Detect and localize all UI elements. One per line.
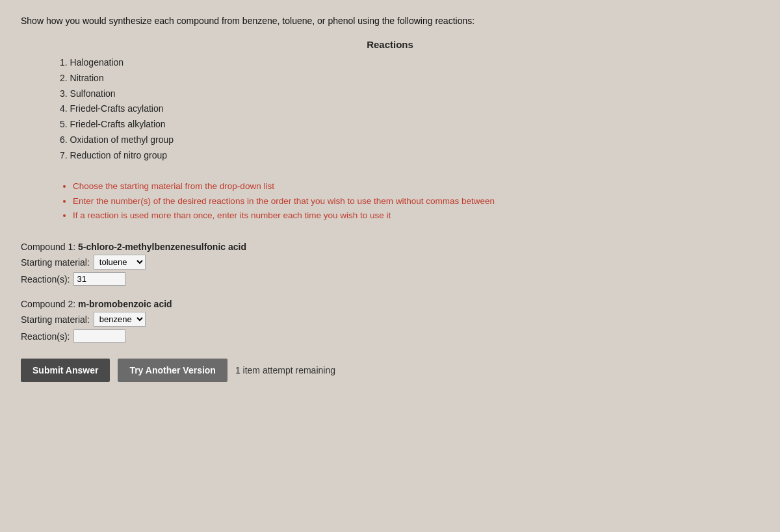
compound2-starting-material-select[interactable]: benzene toluene phenol — [94, 312, 146, 327]
compound2-name: m-bromobenzoic acid — [78, 299, 172, 309]
instructions-list: Choose the starting material from the dr… — [60, 179, 759, 224]
compound1-starting-material-select[interactable]: benzene toluene phenol — [94, 255, 146, 270]
reaction-item-1: 1. Halogenation — [60, 55, 759, 71]
compound2-reactions-input[interactable] — [73, 329, 125, 343]
compound2-reactions-row: Reaction(s): — [21, 329, 759, 343]
compound1-name: 5-chloro-2-methylbenzenesulfonic acid — [78, 242, 246, 252]
compound2-starting-material-row: Starting material: benzene toluene pheno… — [21, 312, 759, 327]
compound1-section: Compound 1: 5-chloro-2-methylbenzenesulf… — [21, 242, 759, 286]
instruction-3: If a reaction is used more than once, en… — [73, 209, 759, 223]
compound1-starting-material-row: Starting material: benzene toluene pheno… — [21, 255, 759, 270]
reactions-section: Reactions 1. Halogenation 2. Nitration 3… — [60, 39, 759, 164]
reactions-title: Reactions — [60, 39, 720, 50]
compound1-prefix: Compound 1: — [21, 242, 75, 252]
reactions-list: 1. Halogenation 2. Nitration 3. Sulfonat… — [60, 55, 759, 164]
compound1-starting-material-label: Starting material: — [21, 257, 90, 268]
compound2-section: Compound 2: m-bromobenzoic acid Starting… — [21, 299, 759, 343]
reaction-item-5: 5. Friedel-Crafts alkylation — [60, 117, 759, 133]
compound1-label: Compound 1: 5-chloro-2-methylbenzenesulf… — [21, 242, 759, 252]
instructions-section: Choose the starting material from the dr… — [60, 179, 759, 224]
attempt-remaining-text: 1 item attempt remaining — [235, 365, 335, 375]
compound2-starting-material-label: Starting material: — [21, 314, 90, 325]
reaction-item-7: 7. Reduction of nitro group — [60, 148, 759, 164]
intro-text: Show how you would synthesize each compo… — [21, 16, 759, 26]
buttons-section: Submit Answer Try Another Version 1 item… — [21, 359, 759, 382]
compound1-reactions-row: Reaction(s): — [21, 272, 759, 286]
reaction-item-4: 4. Friedel-Crafts acylation — [60, 101, 759, 117]
compound2-prefix: Compound 2: — [21, 299, 75, 309]
try-another-button[interactable]: Try Another Version — [118, 359, 228, 382]
compound1-reactions-label: Reaction(s): — [21, 274, 70, 285]
compound2-label: Compound 2: m-bromobenzoic acid — [21, 299, 759, 309]
instruction-1: Choose the starting material from the dr… — [73, 179, 759, 194]
reaction-item-2: 2. Nitration — [60, 71, 759, 86]
compound2-reactions-label: Reaction(s): — [21, 331, 70, 342]
submit-button[interactable]: Submit Answer — [21, 359, 110, 382]
reaction-item-6: 6. Oxidation of methyl group — [60, 133, 759, 148]
instruction-2: Enter the number(s) of the desired react… — [73, 194, 759, 209]
reaction-item-3: 3. Sulfonation — [60, 86, 759, 102]
compound1-reactions-input[interactable] — [73, 272, 125, 286]
